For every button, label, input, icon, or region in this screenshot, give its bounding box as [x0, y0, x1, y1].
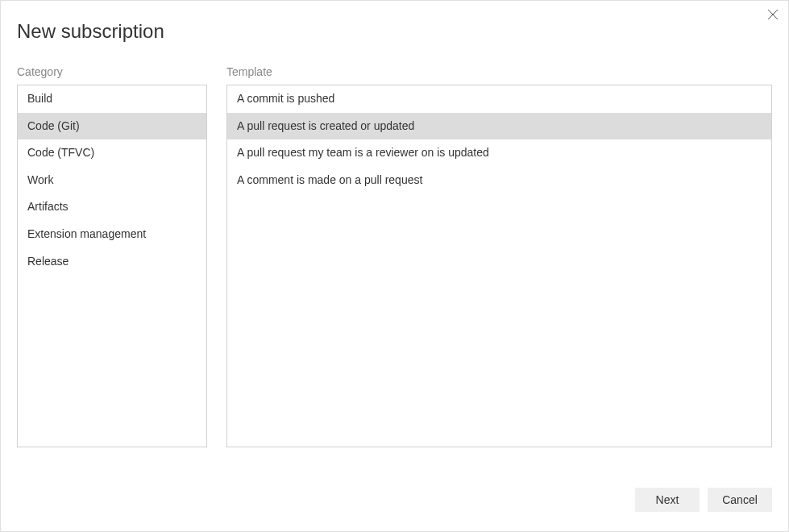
close-icon: [767, 9, 779, 20]
category-item[interactable]: Code (TFVC): [18, 139, 206, 167]
dialog-title: New subscription: [17, 20, 772, 43]
category-item[interactable]: Extension management: [18, 221, 206, 248]
dialog-footer: Next Cancel: [17, 488, 772, 515]
category-label: Category: [17, 65, 207, 78]
category-item[interactable]: Code (Git): [18, 113, 206, 140]
template-item[interactable]: A commit is pushed: [227, 85, 771, 113]
template-list[interactable]: A commit is pushedA pull request is crea…: [226, 85, 772, 447]
template-column: Template A commit is pushedA pull reques…: [226, 65, 772, 447]
close-button[interactable]: [765, 6, 781, 23]
template-label: Template: [226, 65, 772, 78]
template-item[interactable]: A pull request is created or updated: [227, 113, 771, 140]
category-item[interactable]: Release: [18, 248, 206, 276]
template-item[interactable]: A comment is made on a pull request: [227, 167, 771, 194]
category-item[interactable]: Work: [18, 167, 206, 194]
category-item[interactable]: Build: [18, 85, 206, 113]
new-subscription-dialog: New subscription Category BuildCode (Git…: [0, 0, 789, 532]
category-column: Category BuildCode (Git)Code (TFVC)WorkA…: [17, 65, 207, 447]
next-button[interactable]: Next: [635, 488, 700, 512]
template-item[interactable]: A pull request my team is a reviewer on …: [227, 139, 771, 167]
cancel-button[interactable]: Cancel: [708, 488, 772, 512]
columns-container: Category BuildCode (Git)Code (TFVC)WorkA…: [17, 65, 772, 447]
category-item[interactable]: Artifacts: [18, 193, 206, 221]
category-list[interactable]: BuildCode (Git)Code (TFVC)WorkArtifactsE…: [17, 85, 207, 447]
